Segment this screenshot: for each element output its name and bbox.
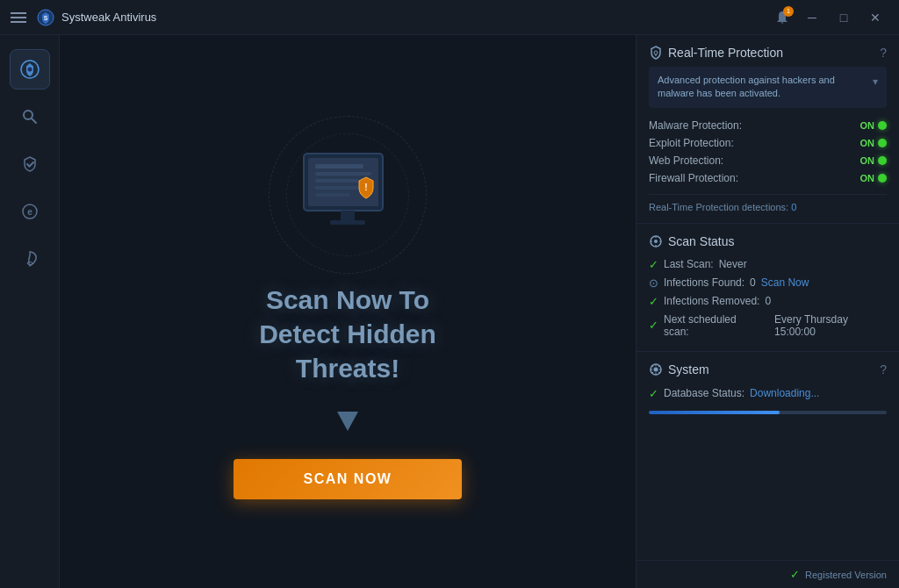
svg-rect-13 [315,179,359,183]
svg-point-20 [654,51,658,54]
exploit-label: Exploit Protection: [649,137,734,149]
main-content: ! Scan Now ToDetect HiddenThreats! SCAN … [60,35,636,588]
detections-line: Real-Time Protection detections: 0 [649,194,887,212]
removed-icon: ✓ [649,295,658,308]
db-icon: ✓ [649,387,658,400]
firewall-toggle[interactable]: ON [860,173,888,183]
system-icon [649,362,663,376]
exploit-toggle[interactable]: ON [860,138,888,148]
last-scan-value: Never [719,258,747,270]
close-button[interactable]: ✕ [862,7,888,28]
chevron-down-icon[interactable]: ▾ [873,75,878,88]
protection-info-text: Advanced protection against hackers and … [658,74,867,101]
web-protection-row: Web Protection: ON [649,152,887,169]
sidebar-item-boost[interactable] [10,239,50,279]
malware-label: Malware Protection: [649,119,742,132]
db-status-value: Downloading... [750,387,819,399]
rtp-help-icon[interactable]: ? [880,46,887,60]
scan-now-button[interactable]: SCAN NOW [234,459,463,499]
firewall-dot [878,174,887,183]
hero-title: Scan Now ToDetect HiddenThreats! [259,283,436,385]
next-scan-label: Next scheduled scan: [664,313,760,338]
exploit-dot [878,139,887,147]
svg-point-3 [27,68,32,72]
web-toggle[interactable]: ON [860,155,888,166]
infections-found-row: ⊙ Infections Found: 0 Scan Now [649,274,887,292]
malware-dot [878,121,887,130]
right-panel: Real-Time Protection ? Advanced protecti… [636,35,899,588]
firewall-protection-row: Firewall Protection: ON [649,169,887,187]
web-label: Web Protection: [649,154,723,167]
minimize-button[interactable]: ─ [799,7,825,28]
app-logo-icon: S [37,9,54,26]
svg-rect-17 [330,220,365,225]
shield-lock-icon [649,46,663,60]
next-scan-row: ✓ Next scheduled scan: Every Thursday 15… [649,311,887,341]
maximize-button[interactable]: □ [831,7,857,28]
scan-status-title: Scan Status [649,234,735,248]
infections-icon: ⊙ [649,276,658,290]
next-scan-icon: ✓ [649,319,658,332]
svg-rect-16 [341,211,355,221]
svg-rect-12 [315,172,371,176]
svg-rect-11 [315,164,363,169]
svg-line-5 [32,118,36,123]
monitor-container: ! [291,145,405,245]
db-progress-bar [649,411,887,414]
firewall-label: Firewall Protection: [649,172,738,184]
registered-footer: ✓ Registered Version [636,560,899,588]
infections-removed-count: 0 [765,295,771,307]
svg-text:S: S [44,15,48,21]
infections-removed-label: Infections Removed: [664,295,759,307]
sidebar-item-dashboard[interactable] [10,49,50,90]
svg-rect-14 [315,186,366,190]
malware-protection-row: Malware Protection: ON [649,117,887,134]
real-time-protection-section: Real-Time Protection ? Advanced protecti… [636,35,899,224]
malware-toggle[interactable]: ON [860,120,888,131]
db-status-label: Database Status: [664,387,744,399]
registered-check-icon: ✓ [790,568,800,581]
last-scan-row: ✓ Last Scan: Never [649,255,887,274]
svg-rect-15 [315,193,350,197]
scan-status-section: Scan Status ✓ Last Scan: Never ⊙ Infecti… [636,224,899,352]
sidebar-item-protection[interactable] [10,144,50,184]
rtp-section-title: Real-Time Protection [649,46,783,60]
exploit-protection-row: Exploit Protection: ON [649,134,887,152]
db-status-row: ✓ Database Status: Downloading... [649,384,887,404]
hamburger-menu[interactable] [11,12,26,23]
web-dot [878,156,887,165]
svg-point-8 [27,262,32,265]
system-section: System ? ✓ Database Status: Downloading.… [636,352,899,425]
hero-illustration: ! [260,125,435,265]
infections-found-count: 0 [750,276,756,289]
app-title: Systweak Antivirus [61,11,156,24]
svg-text:e: e [27,207,32,217]
svg-text:!: ! [364,183,367,192]
scan-status-icon [649,234,663,248]
protection-info-box: Advanced protection against hackers and … [649,67,887,108]
sidebar-item-search[interactable] [10,97,50,137]
sidebar: e [0,35,60,588]
arrow-down-icon [332,406,363,438]
svg-marker-19 [337,412,358,431]
next-scan-value: Every Thursday 15:00:00 [774,313,887,338]
svg-point-23 [654,240,658,243]
notification-icon[interactable]: 1 [771,6,794,29]
last-scan-label: Last Scan: [664,258,714,270]
notification-badge: 1 [783,6,794,17]
detections-count: 0 [791,202,796,212]
svg-point-29 [654,367,658,371]
system-section-title: System [649,362,709,376]
infections-removed-row: ✓ Infections Removed: 0 [649,292,887,311]
title-bar: S Systweak Antivirus 1 ─ □ ✕ [0,0,899,35]
infections-found-label: Infections Found: [664,276,744,289]
scan-now-link[interactable]: Scan Now [761,276,809,289]
db-progress-fill [649,411,780,414]
sidebar-item-privacy[interactable]: e [10,191,50,232]
last-scan-icon: ✓ [649,258,658,271]
system-help-icon[interactable]: ? [880,362,887,376]
registered-text: Registered Version [805,570,887,580]
